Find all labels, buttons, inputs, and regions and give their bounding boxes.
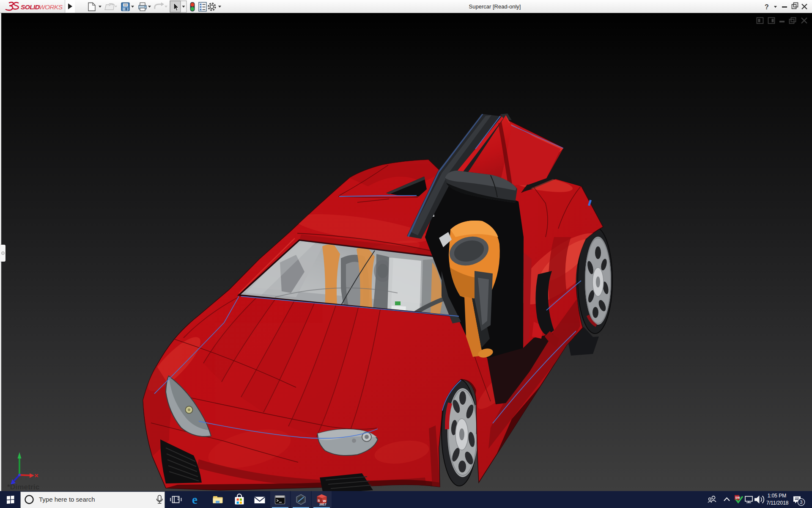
svg-text:2017: 2017	[319, 502, 326, 506]
svg-text:SW: SW	[735, 496, 741, 499]
svg-text:3: 3	[800, 500, 802, 505]
svg-text:?: ?	[765, 3, 769, 11]
svg-text:e: e	[192, 493, 198, 506]
